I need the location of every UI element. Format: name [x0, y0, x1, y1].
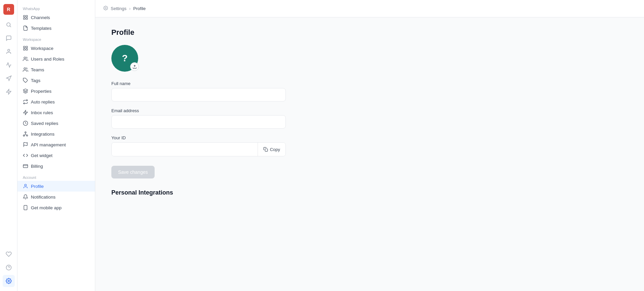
copy-btn-label: Copy	[270, 147, 280, 152]
account-section-label: Account	[17, 171, 95, 181]
sidebar-item-profile[interactable]: Profile	[17, 181, 95, 192]
your-id-row: Copy	[111, 142, 286, 156]
svg-rect-7	[23, 15, 25, 17]
svg-rect-10	[26, 18, 28, 19]
full-name-label: Full name	[111, 81, 286, 86]
users-roles-label: Users and Roles	[31, 57, 64, 62]
workspace-label: Workspace	[31, 46, 53, 51]
svg-rect-30	[24, 205, 27, 210]
tags-label: Tags	[31, 78, 41, 83]
full-name-input[interactable]	[111, 88, 286, 101]
main-content: Settings › Profile Profile ? Full name E…	[95, 0, 644, 291]
page-title: Profile	[111, 28, 628, 37]
sidebar: WhatsApp Channels Templates Workspace Wo…	[17, 0, 95, 291]
content-area: Profile ? Full name Email address Your I…	[95, 17, 644, 291]
sidebar-item-billing[interactable]: Billing	[17, 161, 95, 171]
personal-integrations-title: Personal Integrations	[111, 189, 628, 196]
svg-rect-11	[23, 46, 25, 48]
sidebar-item-templates[interactable]: Templates	[17, 23, 95, 33]
topbar: Settings › Profile	[95, 0, 644, 17]
save-changes-button[interactable]: Save changes	[111, 166, 155, 178]
sidebar-item-notifications[interactable]: Notifications	[17, 192, 95, 202]
full-name-group: Full name	[111, 81, 286, 101]
svg-rect-8	[26, 15, 28, 17]
analytics-icon[interactable]	[3, 59, 15, 71]
svg-marker-2	[6, 76, 11, 81]
notifications-label: Notifications	[31, 195, 56, 200]
avatar-section: ?	[111, 45, 138, 72]
copy-button[interactable]: Copy	[258, 143, 285, 156]
settings-breadcrumb-icon	[103, 6, 108, 12]
svg-line-24	[24, 135, 25, 135]
svg-rect-14	[26, 49, 28, 50]
svg-rect-34	[265, 149, 268, 151]
contacts-icon[interactable]	[3, 46, 15, 58]
profile-form: Full name Email address Your ID Copy Sav…	[111, 81, 286, 178]
app-avatar[interactable]: R	[3, 4, 14, 15]
svg-marker-18	[23, 110, 28, 115]
api-management-label: API management	[31, 142, 66, 147]
saved-replies-label: Saved replies	[31, 121, 58, 126]
svg-rect-27	[23, 164, 28, 167]
integrations-label: Integrations	[31, 132, 55, 137]
svg-point-32	[105, 7, 106, 9]
svg-point-0	[7, 23, 10, 26]
your-id-input	[112, 143, 258, 156]
avatar-upload-button[interactable]	[130, 62, 139, 71]
inbox-icon[interactable]	[3, 32, 15, 44]
breadcrumb-parent[interactable]: Settings	[111, 6, 126, 11]
svg-rect-13	[23, 49, 25, 50]
properties-label: Properties	[31, 89, 52, 94]
svg-point-15	[24, 57, 25, 59]
sidebar-item-tags[interactable]: Tags	[17, 75, 95, 86]
get-mobile-label: Get mobile app	[31, 205, 62, 210]
inbox-rules-label: Inbox rules	[31, 110, 53, 115]
email-group: Email address	[111, 108, 286, 129]
search-icon[interactable]	[3, 19, 15, 31]
sidebar-item-get-widget[interactable]: Get widget	[17, 150, 95, 161]
profile-label: Profile	[31, 184, 44, 189]
whatsapp-section-label: WhatsApp	[17, 3, 95, 12]
campaigns-icon[interactable]	[3, 72, 15, 84]
sidebar-item-saved-replies[interactable]: Saved replies	[17, 118, 95, 129]
get-widget-label: Get widget	[31, 153, 53, 158]
sidebar-item-get-mobile[interactable]: Get mobile app	[17, 202, 95, 213]
breadcrumb-current: Profile	[133, 6, 146, 11]
sidebar-item-users-roles[interactable]: Users and Roles	[17, 54, 95, 64]
channels-label: Channels	[31, 15, 50, 20]
svg-point-29	[24, 184, 26, 186]
sidebar-item-properties[interactable]: Properties	[17, 86, 95, 96]
workspace-section-label: Workspace	[17, 33, 95, 43]
teams-label: Teams	[31, 67, 44, 72]
icon-rail: R	[0, 0, 17, 291]
help-icon[interactable]	[3, 262, 15, 274]
your-id-group: Your ID Copy	[111, 135, 286, 156]
lightning-icon[interactable]	[3, 86, 15, 98]
sidebar-item-auto-replies[interactable]: Auto replies	[17, 96, 95, 107]
sidebar-item-teams[interactable]: Teams	[17, 64, 95, 75]
svg-marker-3	[6, 89, 11, 94]
sidebar-item-integrations[interactable]: Integrations	[17, 129, 95, 139]
email-input[interactable]	[111, 115, 286, 129]
email-label: Email address	[111, 108, 286, 113]
auto-replies-label: Auto replies	[31, 99, 55, 104]
svg-line-25	[26, 135, 26, 135]
sidebar-item-workspace[interactable]: Workspace	[17, 43, 95, 54]
svg-point-1	[8, 49, 10, 51]
breadcrumb-separator: ›	[129, 6, 130, 11]
settings-icon[interactable]	[3, 275, 15, 287]
svg-rect-9	[23, 18, 25, 19]
billing-label: Billing	[31, 164, 43, 169]
svg-rect-12	[26, 46, 28, 48]
heart-icon[interactable]	[3, 248, 15, 260]
sidebar-item-inbox-rules[interactable]: Inbox rules	[17, 107, 95, 118]
sidebar-item-channels[interactable]: Channels	[17, 12, 95, 23]
your-id-label: Your ID	[111, 135, 286, 140]
sidebar-item-api-management[interactable]: API management	[17, 139, 95, 150]
svg-point-16	[24, 68, 25, 69]
svg-point-20	[25, 132, 26, 133]
svg-point-6	[8, 280, 9, 282]
avatar-question-mark: ?	[122, 53, 127, 64]
templates-label: Templates	[31, 26, 52, 31]
